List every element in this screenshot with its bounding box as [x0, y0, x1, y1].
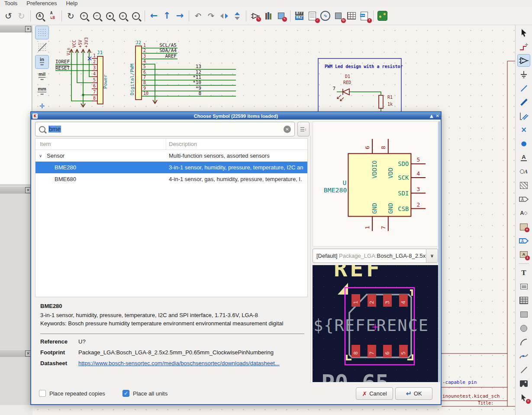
zoom-out-icon[interactable]: −	[91, 10, 103, 22]
draw-wire-icon[interactable]	[518, 82, 530, 94]
datasheet-link[interactable]: https://www.bosch-sensortec.com/media/bo…	[78, 360, 280, 366]
hierarchical-label-icon[interactable]: A◇	[518, 207, 530, 219]
pane-caption-1[interactable]: ✕	[0, 25, 32, 33]
svg-text:7: 7	[368, 351, 375, 355]
search-value: bme	[48, 126, 61, 133]
svg-text:8: 8	[380, 146, 387, 149]
nav-back-icon[interactable]: ←	[148, 10, 160, 22]
erc-check-icon[interactable]: ✓	[306, 10, 318, 22]
zoom-selection-icon[interactable]: ▸	[130, 10, 142, 22]
arc-icon[interactable]	[518, 336, 530, 348]
menu-preferences[interactable]: Preferences	[26, 0, 57, 7]
annotate-icon[interactable]: R??R42	[293, 10, 305, 22]
footprint-value: Package_LGA:Bosch_LGA-8_2.5x2.5mm_P0.65m…	[78, 349, 274, 356]
refresh-view-icon[interactable]: ↻	[65, 10, 77, 22]
open-pcb-editor-icon[interactable]	[377, 10, 388, 22]
close-icon[interactable]: ✕	[25, 26, 31, 32]
checkbox-icon[interactable]	[39, 390, 46, 397]
sheet-pin-icon[interactable]: A↓	[518, 249, 530, 260]
mirror-horizontal-icon[interactable]	[218, 10, 230, 22]
svg-text:3: 3	[384, 301, 390, 304]
mirror-vertical-icon[interactable]	[231, 10, 243, 22]
text-box-icon[interactable]	[518, 281, 530, 292]
rotate-cw-icon[interactable]: ↷	[205, 10, 217, 22]
rule-area-icon[interactable]	[518, 179, 530, 191]
dialog-titlebar[interactable]: K Choose Symbol (22599 items loaded) ▲ ✕	[31, 112, 441, 120]
delete-icon[interactable]: ✕	[518, 392, 530, 403]
import-sheet-label-icon[interactable]: A	[518, 235, 530, 246]
column-item[interactable]: Item	[35, 139, 166, 149]
clear-search-icon[interactable]: ✕	[284, 126, 291, 133]
draw-bus-icon[interactable]	[518, 96, 530, 108]
rotate-ccw-icon[interactable]: ↶	[192, 10, 204, 22]
simulator-icon[interactable]: ∿	[319, 10, 331, 22]
cancel-button[interactable]: ✗ Cancel	[356, 387, 393, 400]
edit-symbol-icon[interactable]: ✎	[249, 10, 261, 22]
table-icon[interactable]	[518, 295, 530, 306]
recent-searches-button[interactable]: ↓	[297, 122, 310, 136]
bezier-icon[interactable]	[518, 350, 530, 362]
global-label-icon[interactable]: A	[518, 193, 530, 205]
place-all-units-checkbox[interactable]: ✓ Place all units	[123, 390, 168, 397]
pane-splitter[interactable]	[310, 136, 311, 383]
redo-icon[interactable]: ↻	[16, 10, 27, 22]
edit-footprint-icon[interactable]: ✎	[275, 10, 287, 22]
export-bom-icon[interactable]: bom↑	[358, 10, 370, 22]
nav-forward-icon[interactable]: →	[174, 10, 186, 22]
pane-caption-2[interactable]: ✕	[0, 186, 32, 194]
net-label-icon[interactable]: A	[518, 152, 530, 163]
assign-footprints-icon[interactable]: ↻	[332, 10, 344, 22]
table-row-bme280[interactable]: BME280 3-in-1 sensor, humidity, pressure…	[35, 162, 307, 173]
detail-keywords: Keywords: Bosch pressure humidity temper…	[40, 320, 309, 327]
table-row-sensor[interactable]: ∨ Sensor Multi-function sensors, assorte…	[35, 150, 307, 162]
svg-text:D1: D1	[345, 74, 350, 79]
menu-tools[interactable]: Tools	[4, 0, 17, 7]
table-header[interactable]: Item Description	[35, 139, 307, 150]
line-icon[interactable]	[518, 364, 530, 376]
close-icon[interactable]: ✕	[436, 114, 439, 118]
cursor-shape-icon[interactable]: ✛	[35, 100, 48, 113]
checkbox-checked-icon[interactable]: ✓	[123, 390, 129, 397]
image-icon[interactable]	[518, 378, 530, 389]
place-symbol-icon[interactable]	[518, 55, 530, 66]
undo-icon[interactable]: ↺	[3, 10, 14, 22]
browse-libraries-icon[interactable]	[262, 10, 274, 22]
chevron-down-icon[interactable]: ∨	[426, 249, 438, 263]
wire-to-bus-entry-icon[interactable]	[518, 110, 530, 122]
highlight-net-icon[interactable]	[518, 41, 530, 52]
place-power-port-icon[interactable]	[518, 68, 530, 80]
table-row-bme680[interactable]: BME680 4-in-1 sensor, gas, humidity, pre…	[35, 173, 307, 185]
text-icon[interactable]: T	[518, 267, 530, 279]
menu-help[interactable]: Help	[66, 0, 77, 7]
grid-overrides-icon[interactable]	[35, 41, 48, 54]
symbol-fields-table-icon[interactable]	[345, 10, 357, 22]
svg-text:5: 5	[416, 156, 420, 163]
zoom-fit-objects-icon[interactable]: ▪	[117, 10, 129, 22]
hierarchical-sheet-icon[interactable]: +	[518, 221, 530, 233]
column-description[interactable]: Description	[166, 141, 307, 147]
find-replace-icon[interactable]: A↳B	[47, 10, 58, 22]
place-repeated-checkbox[interactable]: Place repeated copies	[39, 390, 105, 397]
unit-mm-button[interactable]: mm↔	[35, 85, 48, 98]
no-connect-flag-icon[interactable]: ×	[518, 124, 530, 136]
select-icon[interactable]	[518, 27, 530, 39]
shade-icon[interactable]: ▲	[430, 114, 433, 118]
rectangle-icon[interactable]	[518, 308, 530, 320]
junction-icon[interactable]: ●	[518, 138, 530, 149]
zoom-fit-page-icon[interactable]: ▪	[104, 10, 116, 22]
ok-button[interactable]: ↵ OK	[395, 387, 432, 400]
nav-up-icon[interactable]: ↑	[161, 10, 173, 22]
symbol-search-input[interactable]: bme ✕	[35, 122, 295, 136]
search-icon	[39, 126, 45, 133]
pane-caption-3[interactable]: ✕	[0, 350, 32, 357]
zoom-in-icon[interactable]: +	[78, 10, 90, 22]
expander-icon[interactable]: ∨	[39, 154, 44, 158]
net-class-directive-icon[interactable]: A	[518, 165, 530, 177]
unit-mils-button[interactable]: mil↔	[35, 70, 48, 83]
footprint-select[interactable]: [Default] Package_LGA:Bosch_LGA-8_2.5x ∨	[313, 249, 438, 263]
unit-inches-button[interactable]: in↔	[35, 55, 48, 68]
find-icon[interactable]: A	[34, 10, 45, 22]
grid-dots-icon[interactable]	[35, 26, 48, 39]
preview-scrollbar[interactable]	[438, 121, 440, 382]
circle-icon[interactable]	[518, 322, 530, 334]
